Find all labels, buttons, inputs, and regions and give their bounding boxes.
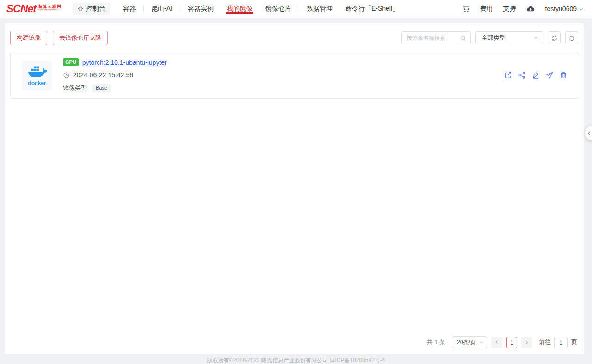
image-type-label: 镜像类型 bbox=[63, 84, 87, 92]
nav-eshell[interactable]: 命令行「E-Shell」 bbox=[345, 0, 399, 18]
reset-button[interactable] bbox=[565, 31, 578, 44]
prev-page-button[interactable] bbox=[491, 337, 502, 348]
chevron-left-icon bbox=[587, 131, 592, 136]
page-size-value: 20条/页 bbox=[457, 339, 476, 346]
toolbar-right: 全部类型 bbox=[401, 31, 578, 44]
image-card-info: GPU pytorch:2.10.1-ubantu-jupyter 2024-0… bbox=[63, 58, 167, 92]
nav-kunshan-ai[interactable]: 昆山-AI bbox=[151, 0, 173, 18]
fees-link[interactable]: 费用 bbox=[480, 5, 493, 13]
reset-icon bbox=[568, 35, 575, 42]
copyright-footer: 版权所有©2018-2023 曙光信息产业股份有限公司 津ICP备1020054… bbox=[0, 357, 592, 364]
nav-divider bbox=[299, 6, 299, 12]
image-card-actions bbox=[504, 71, 567, 79]
refresh-icon bbox=[551, 35, 558, 42]
chevron-down-icon bbox=[579, 6, 584, 12]
pagination: 共 1 条 20条/页 1 bbox=[427, 336, 577, 348]
logo-text: SCNet bbox=[6, 3, 36, 14]
scnet-logo[interactable]: SCNet 超算互联网 SuperComputing Network bbox=[6, 3, 62, 14]
home-icon bbox=[77, 6, 84, 12]
nav-divider bbox=[180, 6, 180, 12]
gpu-badge: GPU bbox=[63, 58, 79, 66]
main-nav: 控制台 容器 昆山-AI 容器实例 我的镜像 镜像仓库 数据管理 命令行「E-S… bbox=[73, 0, 405, 18]
type-filter-value: 全部类型 bbox=[481, 34, 506, 42]
image-type-tag: Base bbox=[92, 84, 111, 92]
username: testyu0609 bbox=[545, 5, 577, 12]
nav-divider bbox=[143, 6, 144, 12]
search-input[interactable] bbox=[407, 35, 460, 41]
toolbar: 构建镜像 去镜像仓库克隆 全部类型 bbox=[5, 23, 584, 45]
page: SCNet 超算互联网 SuperComputing Network 控制台 容… bbox=[0, 0, 592, 364]
build-image-button[interactable]: 构建镜像 bbox=[10, 31, 47, 45]
delete-icon[interactable] bbox=[560, 71, 567, 79]
nav-console-label: 控制台 bbox=[86, 5, 105, 13]
logo-en-text: SuperComputing Network bbox=[38, 9, 59, 11]
page-size-select[interactable]: 20条/页 bbox=[452, 336, 487, 348]
image-created-at: 2024-06-22 15:42:56 bbox=[73, 71, 133, 79]
nav-my-images[interactable]: 我的镜像 bbox=[227, 0, 253, 18]
support-link[interactable]: 支持 bbox=[503, 5, 516, 13]
chevron-left-icon bbox=[494, 339, 500, 345]
nav-container[interactable]: 容器 bbox=[123, 0, 136, 18]
user-menu[interactable]: testyu0609 bbox=[545, 5, 584, 12]
nav-console[interactable]: 控制台 bbox=[73, 3, 110, 15]
docker-wordmark: docker bbox=[28, 80, 46, 86]
share-icon[interactable] bbox=[518, 71, 526, 79]
cloud-upload-icon[interactable] bbox=[526, 6, 535, 12]
edit-icon[interactable] bbox=[532, 71, 540, 79]
refresh-button[interactable] bbox=[548, 31, 561, 44]
image-search-box[interactable] bbox=[401, 31, 471, 44]
export-icon[interactable] bbox=[504, 71, 512, 79]
pagination-total: 共 1 条 bbox=[427, 338, 445, 346]
page-unit-label: 页 bbox=[571, 338, 577, 346]
publish-icon[interactable] bbox=[546, 71, 554, 79]
chevron-down-icon bbox=[479, 340, 484, 345]
goto-page-input[interactable] bbox=[554, 337, 568, 348]
nav-image-repo[interactable]: 镜像仓库 bbox=[265, 0, 291, 18]
type-filter-select[interactable]: 全部类型 bbox=[475, 31, 543, 44]
clock-icon bbox=[63, 72, 70, 79]
nav-container-instance[interactable]: 容器实例 bbox=[188, 0, 214, 18]
header-right: 费用 支持 testyu0609 bbox=[462, 5, 584, 13]
content-panel: 构建镜像 去镜像仓库克隆 全部类型 bbox=[5, 23, 584, 354]
chevron-down-icon bbox=[533, 35, 539, 41]
nav-data-management[interactable]: 数据管理 bbox=[307, 0, 333, 18]
clone-from-repo-button[interactable]: 去镜像仓库克隆 bbox=[53, 31, 108, 45]
image-name-link[interactable]: pytorch:2.10.1-ubantu-jupyter bbox=[82, 59, 167, 66]
cart-icon[interactable] bbox=[462, 5, 470, 13]
search-icon[interactable] bbox=[460, 35, 467, 42]
goto-label: 前往 bbox=[539, 338, 551, 346]
top-navbar: SCNet 超算互联网 SuperComputing Network 控制台 容… bbox=[0, 0, 592, 18]
next-page-button[interactable] bbox=[521, 337, 532, 348]
docker-logo: docker bbox=[22, 61, 52, 90]
side-drawer-toggle[interactable] bbox=[585, 126, 592, 140]
page-number-1[interactable]: 1 bbox=[506, 337, 517, 348]
chevron-right-icon bbox=[524, 339, 530, 345]
image-card: docker GPU pytorch:2.10.1-ubantu-jupyter… bbox=[10, 52, 578, 99]
